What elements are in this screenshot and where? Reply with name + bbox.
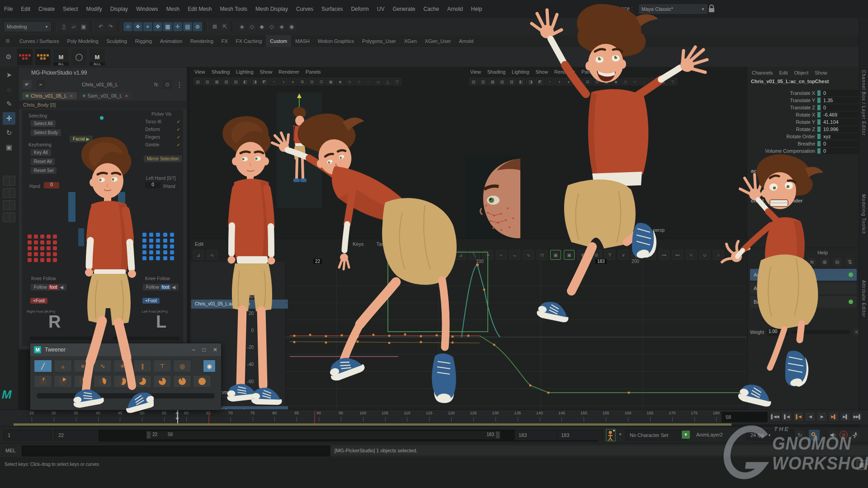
- channel-box-menu-item[interactable]: Edit: [779, 70, 788, 75]
- checkbox-checked-icon[interactable]: ✓: [177, 135, 180, 140]
- channel-name[interactable]: Breathe: [747, 141, 817, 146]
- shelf-tab[interactable]: FX: [217, 35, 232, 47]
- file-operation-icon[interactable]: ▣: [79, 22, 88, 31]
- shelf-menu-icon[interactable]: ≡: [0, 37, 15, 45]
- picker-shelf-item-red[interactable]: [17, 49, 33, 65]
- menu-item[interactable]: Surfaces: [317, 0, 347, 18]
- channel-value-field[interactable]: 0: [821, 141, 859, 147]
- menu-item[interactable]: Select: [59, 0, 82, 18]
- tween-amount-button[interactable]: [153, 375, 171, 388]
- snap-icon[interactable]: ◈: [277, 22, 286, 31]
- viewport-menu-item[interactable]: Lighting: [236, 69, 254, 75]
- shelf-tab[interactable]: Polygons_User: [358, 35, 400, 47]
- layout-four-view-button[interactable]: [3, 188, 15, 198]
- viewport-toolbar-icon[interactable]: ◈: [336, 78, 344, 85]
- channel-name[interactable]: Rotate Z: [747, 127, 817, 132]
- menu-item[interactable]: File: [0, 0, 17, 18]
- selection-mask-icon[interactable]: ✛: [173, 22, 182, 31]
- viewport-toolbar-icon[interactable]: ▨: [507, 78, 516, 85]
- picker-tab-sam[interactable]: Sam_v01_06_L ✕: [79, 92, 132, 99]
- channel-box-menu-item[interactable]: Show: [815, 70, 827, 75]
- playback-button[interactable]: ▶▌: [828, 412, 839, 422]
- channel-name[interactable]: Translate Y: [747, 98, 817, 103]
- channel-name[interactable]: Rotate Order: [747, 134, 817, 139]
- viewport-menu-item[interactable]: View: [194, 69, 205, 75]
- graph-menu-edit[interactable]: Edit: [195, 241, 203, 247]
- menu-item[interactable]: Windows: [132, 0, 162, 18]
- viewport-toolbar-icon[interactable]: ◌: [364, 78, 373, 85]
- divider[interactable]: [204, 21, 208, 32]
- file-operation-icon[interactable]: ▯: [59, 22, 68, 31]
- undo-redo-icon[interactable]: ↷: [106, 22, 115, 31]
- lasso-shelf-item[interactable]: ◯: [71, 49, 87, 65]
- viewport-toolbar-icon[interactable]: ▣: [326, 78, 335, 85]
- viewport-menu-item[interactable]: Shading: [487, 69, 505, 75]
- character-pose-walking[interactable]: [68, 136, 154, 420]
- minimize-icon[interactable]: –: [192, 347, 195, 353]
- shelf-tab[interactable]: Animation: [156, 35, 186, 47]
- picker-title-bar[interactable]: MG-PickerStudio v1.99: [19, 67, 187, 78]
- viewport-toolbar-icon[interactable]: ○: [355, 78, 363, 85]
- menu-set-selector[interactable]: Modeling ▼: [4, 21, 52, 32]
- selection-mask-icon[interactable]: ▦: [163, 22, 172, 31]
- menu-item[interactable]: Display: [106, 0, 132, 18]
- selection-mask-icon[interactable]: ⊚: [193, 22, 202, 31]
- tab-modeling-toolkit[interactable]: Modeling Toolkit: [861, 194, 866, 234]
- channel-name[interactable]: Translate X: [747, 90, 817, 96]
- selection-lock-icon[interactable]: ⊠: [210, 22, 219, 31]
- selection-mask-icon[interactable]: ⌖: [143, 22, 152, 31]
- layer-icon[interactable]: ⊖: [833, 258, 842, 267]
- tab-attribute-editor[interactable]: Attribute Editor: [861, 280, 866, 317]
- select-all-shelf-item[interactable]: M ALL: [53, 49, 69, 65]
- character-set-icon[interactable]: [606, 429, 616, 441]
- selection-mask-icon[interactable]: ❖: [133, 22, 142, 31]
- tween-mode-button[interactable]: ⊤: [153, 360, 171, 372]
- reset-sel-button[interactable]: Reset Sel: [30, 167, 57, 174]
- playback-button[interactable]: ▶▶▌: [852, 412, 863, 422]
- channel-box-menu-item[interactable]: Object: [794, 70, 808, 75]
- file-operation-icon[interactable]: ▱: [69, 22, 78, 31]
- channel-value-field[interactable]: 0: [821, 90, 859, 96]
- shelf-tab[interactable]: Curves / Surfaces: [15, 35, 63, 47]
- overflow-menu-icon[interactable]: ⋮: [176, 80, 183, 89]
- menu-item[interactable]: Curves: [292, 0, 317, 18]
- left-foot-l[interactable]: L: [156, 312, 166, 332]
- viewport-toolbar-icon[interactable]: ▥: [203, 78, 212, 85]
- channel-box-menu-item[interactable]: Channels: [752, 70, 773, 75]
- picker-body-header[interactable]: Chris_Body [0]: [19, 101, 187, 109]
- checkbox-checked-icon[interactable]: ✓: [177, 127, 180, 132]
- layer-icon[interactable]: ⇅: [845, 258, 854, 267]
- shelf-tab[interactable]: Custom: [266, 35, 291, 47]
- viewport-toolbar-icon[interactable]: ▦: [488, 78, 497, 85]
- range-handle-right[interactable]: [496, 432, 500, 438]
- select-alll-shelf-item[interactable]: M ALLL: [90, 49, 105, 65]
- viewport-toolbar-icon[interactable]: ◩: [260, 78, 269, 85]
- tool-icon[interactable]: ✛: [3, 112, 15, 125]
- playback-start-field[interactable]: 22: [54, 430, 102, 441]
- menu-item[interactable]: Edit Mesh: [184, 0, 216, 18]
- layout-split-button[interactable]: [3, 200, 15, 210]
- viewport-toolbar-icon[interactable]: ◧: [241, 78, 250, 85]
- shelf-tab[interactable]: Poly Modeling: [63, 35, 102, 47]
- viewport-toolbar-icon[interactable]: ▧: [222, 78, 231, 85]
- snap-icon[interactable]: ◇: [267, 22, 276, 31]
- graph-mode-icon[interactable]: ⊿: [193, 250, 204, 260]
- tween-amount-button[interactable]: [34, 375, 52, 388]
- viewport-toolbar-icon[interactable]: △: [383, 78, 392, 85]
- channel-name[interactable]: Rotate Y: [747, 119, 817, 125]
- tween-mode-button[interactable]: ◎: [173, 360, 191, 372]
- character-pose-leaning[interactable]: [267, 108, 466, 427]
- tool-icon[interactable]: ➤: [3, 69, 15, 81]
- close-icon[interactable]: ✕: [125, 94, 128, 99]
- cursor-icon[interactable]: ➢: [36, 80, 45, 89]
- character-pose-jumping[interactable]: [524, 4, 719, 339]
- character-set-selector[interactable]: No Character Set: [626, 430, 686, 441]
- playback-button[interactable]: ▶▌: [840, 412, 851, 422]
- channel-value-field[interactable]: 10.996: [821, 126, 859, 132]
- menu-item[interactable]: Modify: [82, 0, 106, 18]
- menu-item[interactable]: Mesh: [162, 0, 184, 18]
- channel-value-field[interactable]: 1.35: [821, 97, 859, 103]
- layer-active-dot[interactable]: [849, 300, 853, 304]
- reset-all-button[interactable]: Reset All: [30, 158, 55, 165]
- viewport-toolbar-icon[interactable]: ▽: [393, 78, 401, 85]
